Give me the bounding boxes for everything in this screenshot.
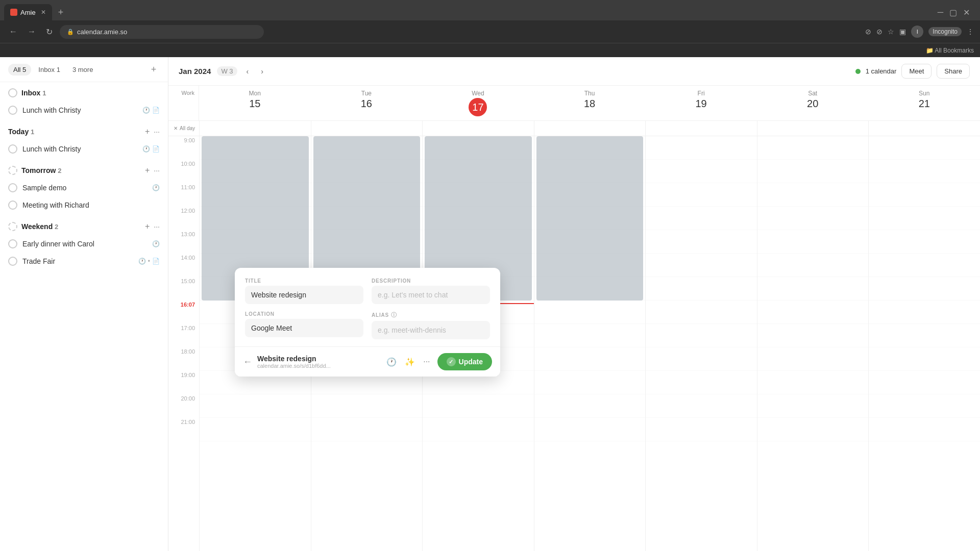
day-num: 15 (201, 98, 309, 110)
all-day-wed[interactable] (422, 121, 534, 136)
ts (869, 254, 980, 277)
update-button[interactable]: ✓ Update (437, 353, 492, 370)
all-day-sat[interactable] (757, 121, 869, 136)
list-item-sample-demo[interactable]: Sample demo 🕐 (0, 179, 168, 196)
weekend-add-button[interactable]: + (145, 222, 150, 231)
item-label: Sample demo (22, 184, 147, 192)
bookmark-star[interactable]: ☆ (888, 28, 894, 36)
all-day-thu[interactable] (534, 121, 646, 136)
footer-event-title: Website redesign (257, 355, 379, 363)
next-week-button[interactable]: › (258, 65, 266, 78)
list-item-trade-fair[interactable]: Trade Fair 🕐 • 📄 (0, 253, 168, 270)
inbox-section-header[interactable]: Inbox 1 (0, 84, 168, 102)
address-bar[interactable]: 🔒 calendar.amie.so (60, 25, 264, 39)
day-name: Wed (424, 90, 532, 97)
time-slot-21: 21:00 (168, 418, 199, 441)
calendar-count-label: 1 calendar (866, 67, 897, 75)
extension-icon-1[interactable]: ⊘ (865, 28, 871, 36)
all-day-sun[interactable] (868, 121, 980, 136)
prev-week-button[interactable]: ‹ (243, 65, 252, 78)
item-circle (8, 144, 17, 154)
all-day-mon[interactable] (199, 121, 311, 136)
weekend-section-header[interactable]: Weekend 2 + ··· (0, 218, 168, 235)
list-item-meeting-richard[interactable]: Meeting with Richard (0, 196, 168, 214)
item-label: Lunch with Christy (22, 145, 137, 153)
day-col-sat[interactable] (757, 136, 869, 551)
ts (200, 394, 311, 418)
popup-footer: ← Website redesign calendar.amie.so/s/d1… (235, 346, 500, 377)
day-col-thu[interactable] (534, 136, 646, 551)
app-container: All 5 Inbox 1 3 more + Inbox 1 Lunch wit… (0, 57, 980, 551)
item-icons: 🕐 (152, 240, 160, 247)
tomorrow-section-header[interactable]: Tomorrow 2 + ··· (0, 162, 168, 179)
tab-all[interactable]: All 5 (8, 64, 31, 76)
all-day-fri[interactable] (645, 121, 757, 136)
location-alias-row: LOCATION ALIAS ⓘ (245, 311, 490, 339)
weekend-more-button[interactable]: ··· (154, 222, 160, 231)
window-controls: ─ ▢ ✕ (938, 8, 976, 17)
magic-action-icon[interactable]: ✨ (403, 355, 417, 369)
time-col-header: Work (168, 86, 199, 120)
ts (869, 418, 980, 441)
doc-icon: 📄 (152, 258, 160, 265)
ts (311, 418, 423, 441)
back-button[interactable]: ← (6, 25, 20, 38)
clock-action-icon[interactable]: 🕐 (384, 355, 399, 369)
tab-close-button[interactable]: ✕ (41, 9, 46, 16)
sidebar-toggle[interactable]: ▣ (899, 28, 906, 36)
list-item-lunch-christy-2[interactable]: Lunch with Christy 🕐 📄 (0, 140, 168, 158)
day-col-sun[interactable] (868, 136, 980, 551)
ts (757, 136, 869, 160)
share-button[interactable]: Share (937, 64, 970, 79)
day-headers: Mon 15 Tue 16 Wed 17 Thu (199, 86, 980, 120)
day-num: 21 (870, 98, 978, 110)
tab-title: Amie (20, 9, 36, 16)
list-item-lunch-christy-1[interactable]: Lunch with Christy 🕐 📄 (0, 102, 168, 119)
minimize-button[interactable]: ─ (938, 8, 943, 17)
item-circle (8, 201, 17, 210)
tomorrow-add-button[interactable]: + (145, 166, 150, 175)
popup-back-button[interactable]: ← (243, 357, 252, 367)
ts (646, 207, 757, 230)
description-input[interactable] (372, 286, 490, 304)
tab-favicon (10, 9, 17, 16)
profile-button[interactable]: I (911, 26, 923, 38)
time-slot-15: 15:00 (168, 277, 199, 300)
day-col-fri[interactable] (645, 136, 757, 551)
ts (200, 418, 311, 441)
tab-more[interactable]: 3 more (67, 64, 98, 76)
ts (757, 183, 869, 207)
browser-tab-amie[interactable]: Amie ✕ (4, 4, 52, 20)
menu-button[interactable]: ⋮ (967, 28, 974, 36)
extension-icon-2[interactable]: ⊘ (876, 28, 883, 36)
day-num: 19 (647, 98, 755, 110)
all-day-tue[interactable] (311, 121, 423, 136)
time-slot-9: 9:00 (168, 136, 199, 160)
new-tab-button[interactable]: + (54, 6, 68, 19)
location-input[interactable] (245, 319, 363, 337)
ts (646, 300, 757, 324)
reload-button[interactable]: ↻ (43, 25, 56, 39)
tomorrow-more-button[interactable]: ··· (154, 166, 160, 174)
maximize-button[interactable]: ▢ (949, 8, 957, 17)
sidebar-header: All 5 Inbox 1 3 more + (0, 57, 168, 82)
time-labels: 9:00 10:00 11:00 12:00 13:00 14:00 15:00… (168, 136, 199, 551)
more-action-icon[interactable]: ··· (421, 355, 432, 368)
today-section-header[interactable]: Today 1 + ··· (0, 123, 168, 140)
ts (869, 183, 980, 207)
alias-input[interactable] (372, 321, 490, 339)
day-name: Tue (313, 90, 421, 97)
all-day-x[interactable]: ✕ (174, 126, 178, 131)
sidebar-add-button[interactable]: + (148, 63, 160, 76)
all-bookmarks[interactable]: 📁 All Bookmarks (926, 47, 974, 54)
close-button[interactable]: ✕ (963, 8, 970, 17)
title-input[interactable] (245, 286, 363, 304)
forward-button[interactable]: → (24, 25, 39, 38)
today-more-button[interactable]: ··· (154, 128, 160, 136)
tab-inbox[interactable]: Inbox 1 (33, 64, 65, 76)
sidebar-tabs: All 5 Inbox 1 3 more (8, 64, 98, 76)
ts (757, 394, 869, 418)
list-item-early-dinner[interactable]: Early dinner with Carol 🕐 (0, 235, 168, 253)
today-add-button[interactable]: + (145, 127, 150, 136)
meet-button[interactable]: Meet (901, 64, 932, 79)
